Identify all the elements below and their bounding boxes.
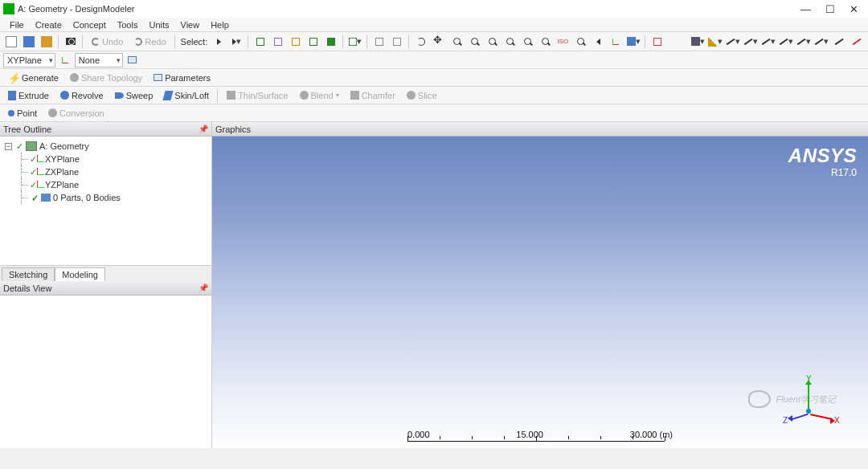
axes-button[interactable]: [608, 34, 624, 50]
sel-edge-button[interactable]: [270, 34, 286, 50]
menu-bar: File Create Concept Tools Units View Hel…: [0, 18, 868, 32]
graphics-header: Graphics: [212, 122, 868, 137]
pan-button[interactable]: ✥: [431, 34, 447, 50]
new-plane-button[interactable]: [57, 52, 73, 68]
sel-body-fill-button[interactable]: [323, 34, 339, 50]
minimize-button[interactable]: —: [800, 3, 811, 15]
menu-tools[interactable]: Tools: [113, 20, 143, 30]
tab-sketching[interactable]: Sketching: [2, 267, 55, 281]
tree-tabs: Sketching Modeling: [0, 265, 211, 281]
tree-item-parts[interactable]: ✓0 Parts, 0 Bodies: [3, 191, 208, 204]
chamfer-button: Chamfer: [346, 88, 400, 104]
zoom-in-button[interactable]: [448, 34, 465, 50]
blend-button: Blend▾: [295, 88, 344, 104]
menu-concept[interactable]: Concept: [68, 20, 111, 30]
left-panel: Tree Outline📌 − ✓ A: Geometry XYPlane ZX…: [0, 122, 212, 448]
close-button[interactable]: ✕: [850, 3, 858, 15]
toolbar-generate: ⚡Generate Share Topology Parameters: [0, 69, 868, 87]
generate-button[interactable]: ⚡Generate: [3, 70, 63, 86]
toolbar-point: Point Conversion: [0, 104, 868, 122]
save-button[interactable]: [21, 34, 37, 50]
line1-button[interactable]: ▾: [725, 34, 741, 50]
menu-create[interactable]: Create: [31, 20, 67, 30]
skinloft-button[interactable]: Skin/Loft: [159, 88, 214, 104]
sketch-select[interactable]: None: [75, 53, 123, 67]
pin-icon[interactable]: 📌: [199, 124, 208, 133]
extrude-button[interactable]: Extrude: [3, 88, 54, 104]
tree-outline-header: Tree Outline📌: [0, 122, 211, 137]
scale-ruler: 0.00015.00030.000 (m): [407, 430, 673, 442]
toolbar-features: Extrude Revolve Sweep Skin/Loft Thin/Sur…: [0, 87, 868, 104]
line5-button[interactable]: ▾: [796, 34, 812, 50]
axis-triad[interactable]: Y X Z: [780, 374, 836, 430]
plane-select[interactable]: XYPlane: [3, 53, 55, 67]
wechat-icon: [748, 390, 771, 408]
grid-button[interactable]: [371, 34, 387, 50]
line7-button[interactable]: [831, 34, 847, 50]
app-icon: [3, 3, 14, 14]
select-arrow2-button[interactable]: ▾: [228, 34, 244, 50]
pin-icon[interactable]: 📌: [199, 283, 208, 292]
sweep-button[interactable]: Sweep: [110, 88, 158, 104]
brand-logo: ANSYS R17.0: [788, 145, 857, 178]
menu-file[interactable]: File: [5, 20, 29, 30]
undo-button[interactable]: Undo: [87, 34, 128, 50]
tab-modeling[interactable]: Modeling: [55, 267, 105, 281]
shade2-button[interactable]: ▾: [707, 34, 723, 50]
zoom-sel-button[interactable]: [519, 34, 535, 50]
grid2-button[interactable]: [389, 34, 405, 50]
menu-units[interactable]: Units: [144, 20, 174, 30]
share-topology-button: Share Topology: [65, 70, 147, 86]
tree-outline[interactable]: − ✓ A: Geometry XYPlane ZXPlane YZPlane …: [0, 137, 211, 265]
select-arrow-button[interactable]: [211, 34, 227, 50]
sel-body-button[interactable]: [305, 34, 321, 50]
tree-root[interactable]: − ✓ A: Geometry: [3, 140, 208, 153]
line2-button[interactable]: ▾: [743, 34, 759, 50]
sel-point-button[interactable]: [252, 34, 268, 50]
window-title: A: Geometry - DesignModeler: [18, 4, 800, 14]
redo-button[interactable]: Redo: [129, 34, 170, 50]
export-button[interactable]: [39, 34, 55, 50]
title-bar: A: Geometry - DesignModeler — ☐ ✕: [0, 0, 868, 18]
details-view-header: Details View📌: [0, 281, 211, 296]
rotate-button[interactable]: [413, 34, 429, 50]
line6-button[interactable]: ▾: [813, 34, 829, 50]
iso-button[interactable]: ISO: [555, 34, 571, 50]
view-prev-button[interactable]: [590, 34, 606, 50]
tree-item-zxplane[interactable]: ZXPlane: [3, 165, 208, 178]
lookat-button[interactable]: [572, 34, 588, 50]
screenshot-button[interactable]: [63, 34, 79, 50]
box-select-button[interactable]: ▾: [347, 34, 363, 50]
menu-view[interactable]: View: [176, 20, 205, 30]
new-sketch-button[interactable]: [125, 52, 141, 68]
thin-surface-button: Thin/Surface: [222, 88, 293, 104]
tree-item-xyplane[interactable]: XYPlane: [3, 153, 208, 165]
select-label: Select:: [179, 37, 210, 47]
tree-item-yzplane[interactable]: YZPlane: [3, 178, 208, 191]
slice-button: Slice: [402, 88, 442, 104]
display-button[interactable]: ▾: [625, 34, 641, 50]
menu-help[interactable]: Help: [206, 20, 234, 30]
sel-face-button[interactable]: [288, 34, 304, 50]
line8-button[interactable]: [849, 34, 865, 50]
zoom-out-button[interactable]: [466, 34, 482, 50]
maximize-button[interactable]: ☐: [825, 3, 835, 15]
graphics-viewport[interactable]: ANSYS R17.0 Fluent学习笔记 Y X Z 0.00015.000…: [212, 137, 868, 448]
new-button[interactable]: [3, 34, 19, 50]
toggle-button[interactable]: [649, 34, 665, 50]
toolbar-main: Undo Redo Select: ▾ ▾ ✥ ISO ▾ ▾ ▾ ▾ ▾ ▾ …: [0, 32, 868, 51]
conversion-button: Conversion: [43, 105, 109, 121]
zoom-prev-button[interactable]: [537, 34, 553, 50]
line4-button[interactable]: ▾: [778, 34, 794, 50]
line3-button[interactable]: ▾: [760, 34, 776, 50]
point-button[interactable]: Point: [3, 105, 42, 121]
details-view[interactable]: [0, 296, 211, 448]
toolbar-plane: XYPlane None: [0, 51, 868, 69]
zoom-box-button[interactable]: [484, 34, 500, 50]
parameters-button[interactable]: Parameters: [149, 70, 215, 86]
shade1-button[interactable]: ▾: [690, 34, 706, 50]
zoom-fit-button[interactable]: [502, 34, 518, 50]
revolve-button[interactable]: Revolve: [55, 88, 108, 104]
